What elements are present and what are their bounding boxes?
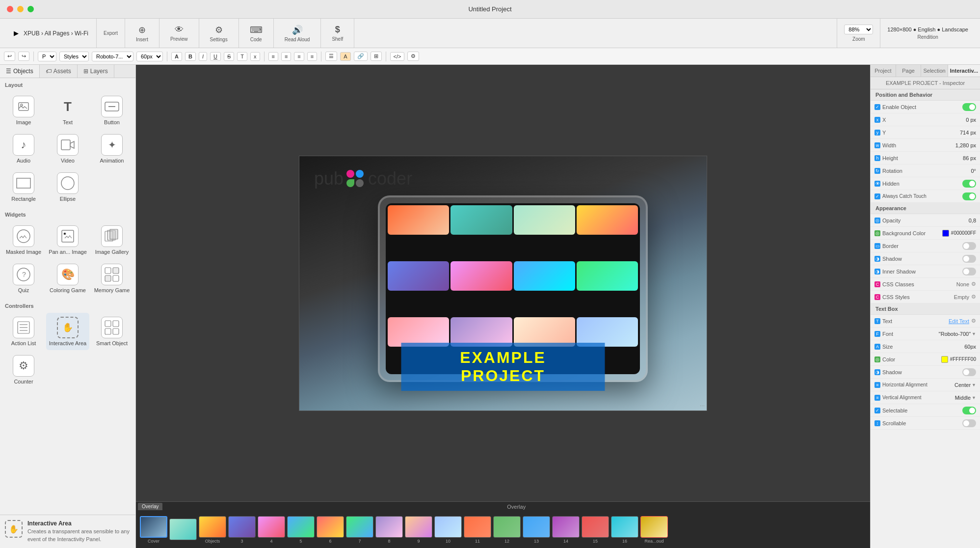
styles-select[interactable]: Styles (59, 52, 89, 61)
widget-memory-game[interactable]: Memory Game (90, 260, 133, 297)
minimize-button[interactable] (17, 6, 24, 12)
thumb-page9[interactable]: 9 (405, 516, 432, 544)
widget-pan-image[interactable]: Pan an... Image (46, 221, 89, 259)
align-justify-button[interactable]: ≡ (307, 52, 317, 61)
widget-interactive-area[interactable]: ✋ Interactive Area (46, 313, 89, 350)
selectable-toggle[interactable] (962, 407, 976, 414)
widget-smart-object[interactable]: Smart Object (90, 313, 133, 350)
list-button[interactable]: ☰ (325, 52, 337, 61)
thumb-page8[interactable]: 8 (375, 516, 403, 544)
widget-button[interactable]: Button (90, 92, 133, 129)
undo-button[interactable]: ↩ (4, 52, 15, 61)
settings-button[interactable]: ⚙ Settings (206, 23, 232, 44)
scrollable-toggle[interactable] (962, 419, 976, 427)
text-format-button[interactable]: T (237, 52, 247, 61)
thumb-page10[interactable]: 10 (434, 516, 462, 544)
zoom-select[interactable]: 88% 100% 75% (844, 25, 873, 34)
thumb-page7[interactable]: 7 (346, 516, 373, 544)
widget-quiz[interactable]: ? Quiz (2, 260, 45, 297)
hidden-toggle[interactable] (962, 180, 976, 188)
inner-shadow-toggle[interactable] (962, 268, 976, 275)
widget-masked-image[interactable]: Masked Image (2, 221, 45, 259)
font-a-button[interactable]: A (171, 52, 182, 61)
widget-action-list[interactable]: Action List (2, 313, 45, 350)
tab-interactivity[interactable]: Interactiv... (948, 65, 980, 77)
edit-text-link[interactable]: Edit Text (949, 318, 969, 324)
redo-button[interactable]: ↪ (18, 52, 29, 61)
strikethrough-button[interactable]: S (224, 52, 234, 61)
tab-objects[interactable]: ☰ Objects (0, 65, 40, 78)
table-button[interactable]: ⊞ (371, 52, 382, 61)
widget-animation[interactable]: ✦ Animation (90, 130, 133, 167)
code-group[interactable]: ⌨ Code (239, 19, 274, 48)
thumb-cover[interactable]: Cover (140, 516, 167, 544)
code-button[interactable]: ⌨ Code (246, 23, 266, 44)
widget-ellipse[interactable]: Ellipse (46, 168, 89, 206)
widget-video[interactable]: Video (46, 130, 89, 167)
tab-assets[interactable]: 🏷 Assets (40, 65, 78, 78)
link-button[interactable]: 🔗 (354, 52, 368, 61)
resize-handle[interactable]: ⋯ (700, 403, 705, 409)
code-view-button[interactable]: </> (390, 52, 405, 61)
align-center-button[interactable]: ≡ (281, 52, 291, 61)
zoom-group[interactable]: 88% 100% 75% Zoom (837, 19, 880, 48)
settings-group[interactable]: ⚙ Settings (199, 19, 239, 48)
read-aloud-button[interactable]: 🔊 Read Aloud (281, 23, 314, 44)
css-styles-gear[interactable]: ⚙ (971, 294, 976, 300)
widget-image[interactable]: Image (2, 92, 45, 129)
bold-button[interactable]: B (185, 52, 196, 61)
widget-rectangle[interactable]: Rectangle (2, 168, 45, 206)
thumb-objects[interactable]: Objects (199, 516, 226, 544)
shelf-group[interactable]: $ Shelf (321, 19, 354, 48)
insert-button[interactable]: ⊕ Insert (132, 23, 152, 44)
widget-text[interactable]: T Text (46, 92, 89, 129)
thumb-page13[interactable]: 13 (523, 516, 550, 544)
underline-button[interactable]: U (210, 52, 221, 61)
tab-selection[interactable]: Selection (921, 65, 948, 77)
color-control[interactable]: #FFFFFF00 (941, 356, 976, 363)
tab-layers[interactable]: ⊞ Layers (78, 65, 114, 78)
widget-audio[interactable]: ♪ Audio (2, 130, 45, 167)
paragraph-style-select[interactable]: P (38, 52, 56, 61)
insert-group[interactable]: ⊕ Insert (125, 19, 159, 48)
text-gear[interactable]: ⚙ (971, 318, 976, 324)
italic-button[interactable]: I (199, 52, 207, 61)
shelf-button[interactable]: $ Shelf (328, 23, 347, 44)
thumb-page3[interactable]: 3 (228, 516, 256, 544)
thumb-page11[interactable]: 11 (464, 516, 491, 544)
thumb-page15[interactable]: 15 (582, 516, 609, 544)
css-classes-gear[interactable]: ⚙ (971, 281, 976, 287)
align-right-button[interactable]: ≡ (294, 52, 304, 61)
widget-counter[interactable]: ⚙ Counter (2, 351, 45, 388)
thumb-read-aloud[interactable]: Rea...oud (640, 516, 668, 544)
border-toggle[interactable] (962, 242, 976, 250)
widget-image-gallery[interactable]: Image Gallery (90, 221, 133, 259)
thumb-page14[interactable]: 14 (552, 516, 580, 544)
thumb-page6[interactable]: 6 (317, 516, 344, 544)
font-dropdown[interactable]: "Roboto-700" ▼ (939, 331, 976, 337)
clear-button[interactable]: x (250, 52, 260, 61)
maximize-button[interactable] (27, 6, 34, 12)
thumb-2[interactable] (169, 519, 197, 541)
play-button[interactable]: ▶ (12, 28, 21, 38)
text-shadow-toggle[interactable] (962, 368, 976, 376)
h-alignment-dropdown[interactable]: Center ▼ (954, 382, 976, 388)
always-catch-touch-toggle[interactable] (962, 192, 976, 200)
thumb-page4[interactable]: 4 (258, 516, 285, 544)
shadow-toggle[interactable] (962, 255, 976, 263)
settings-text-button[interactable]: ⚙ (407, 52, 419, 61)
background-color-control[interactable]: #000000FF (942, 230, 976, 237)
thumb-page12[interactable]: 12 (493, 516, 521, 544)
tab-project[interactable]: Project (871, 65, 896, 77)
size-select[interactable]: 60px (136, 52, 163, 61)
thumb-page16[interactable]: 16 (611, 516, 638, 544)
preview-button[interactable]: 👁 Preview (166, 23, 192, 44)
align-left-button[interactable]: ≡ (268, 52, 278, 61)
read-aloud-group[interactable]: 🔊 Read Aloud (274, 19, 321, 48)
v-alignment-dropdown[interactable]: Middle ▼ (955, 395, 976, 401)
thumb-page5[interactable]: 5 (287, 516, 315, 544)
overlay-tab[interactable]: Overlay (138, 503, 162, 510)
color-bg-button[interactable]: A (340, 52, 350, 61)
preview-group[interactable]: 👁 Preview (159, 19, 199, 48)
widget-coloring-game[interactable]: 🎨 Coloring Game (46, 260, 89, 297)
